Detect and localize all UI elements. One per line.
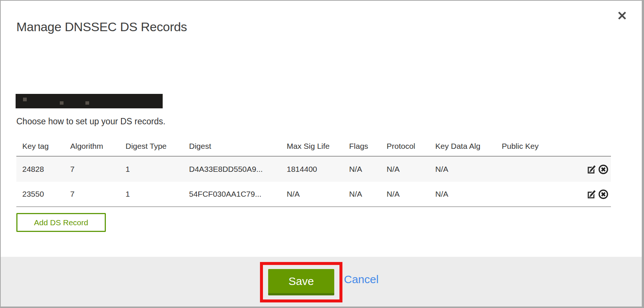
column-header-key-tag: Key tag [16,137,70,156]
edit-record-button[interactable] [587,164,597,174]
cell-public-key [502,156,585,182]
column-header-flags: Flags [349,137,387,156]
cell-max-sig-life: N/A [287,182,349,207]
cell-algorithm: 7 [70,156,126,182]
cell-algorithm: 7 [70,182,126,207]
column-header-max-sig-life: Max Sig Life [287,137,349,156]
cell-digest: 54FCF030AA1C79... [189,182,287,207]
delete-record-button[interactable] [598,164,609,175]
delete-icon [598,164,609,175]
ds-records-table: Key tag Algorithm Digest Type Digest Max… [16,137,611,207]
cell-protocol: N/A [387,182,435,207]
delete-record-button[interactable] [598,189,609,200]
cell-digest-type: 1 [126,182,189,207]
close-button[interactable] [616,10,628,22]
cell-key-tag: 23550 [16,182,70,207]
cell-digest: D4A33E8DD550A9... [189,156,287,182]
edit-icon [587,164,597,174]
add-ds-record-button[interactable]: Add DS Record [16,213,106,232]
cell-digest-type: 1 [126,156,189,182]
table-row: 24828 7 1 D4A33E8DD550A9... 1814400 N/A … [16,156,611,182]
cell-max-sig-life: 1814400 [287,156,349,182]
cell-public-key [502,182,585,207]
annotation-save-highlight: Save [260,262,342,302]
column-header-algorithm: Algorithm [70,137,126,156]
redacted-domain [16,94,163,108]
cell-key-data-alg: N/A [435,156,502,182]
table-header-row: Key tag Algorithm Digest Type Digest Max… [16,137,611,156]
edit-record-button[interactable] [587,189,597,199]
modal-title: Manage DNSSEC DS Records [16,20,187,34]
cell-key-data-alg: N/A [435,182,502,207]
edit-icon [587,189,597,199]
cell-key-tag: 24828 [16,156,70,182]
column-header-digest-type: Digest Type [126,137,189,156]
delete-icon [598,189,609,200]
setup-instruction: Choose how to set up your DS records. [16,117,165,127]
cell-flags: N/A [349,156,387,182]
dnssec-modal: Manage DNSSEC DS Records Choose how to s… [0,0,644,308]
cell-flags: N/A [349,182,387,207]
column-header-digest: Digest [189,137,287,156]
cancel-link[interactable]: Cancel [344,273,378,286]
column-header-key-data-alg: Key Data Alg [435,137,502,156]
column-header-protocol: Protocol [387,137,435,156]
table-row: 23550 7 1 54FCF030AA1C79... N/A N/A N/A … [16,182,611,207]
cell-protocol: N/A [387,156,435,182]
modal-footer: Save Cancel [1,257,642,307]
save-button[interactable]: Save [268,269,334,295]
column-header-public-key: Public Key [502,137,585,156]
column-header-actions [585,137,611,156]
close-icon [617,10,627,21]
